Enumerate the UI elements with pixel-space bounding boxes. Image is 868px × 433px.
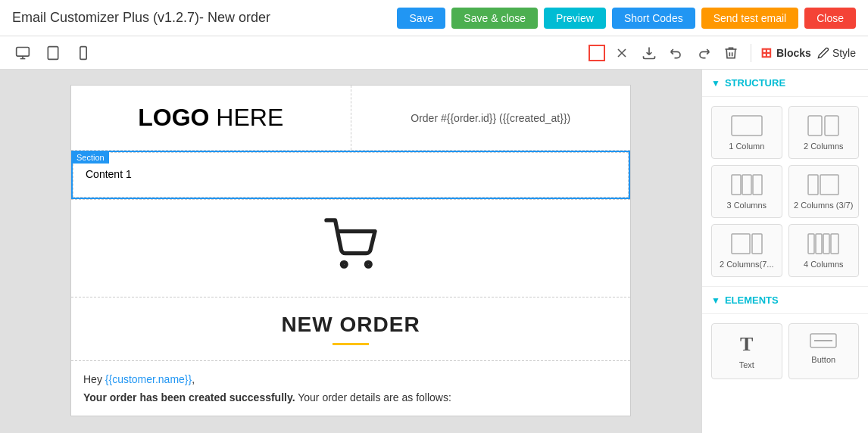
svg-rect-13 (825, 116, 838, 136)
structure-item-2col-7[interactable]: 2 Columns(7... (711, 224, 782, 277)
svg-rect-16 (753, 175, 762, 195)
new-order-section[interactable]: NEW ORDER (71, 297, 630, 361)
short-codes-button[interactable]: Short Codes (612, 8, 695, 29)
structure-item-2col-37[interactable]: 2 Columns (3/7) (788, 165, 860, 218)
svg-rect-19 (732, 234, 750, 254)
undo-button[interactable] (666, 42, 687, 64)
delete-element-button[interactable] (611, 42, 632, 64)
svg-rect-24 (831, 234, 838, 254)
close-button[interactable]: Close (804, 8, 856, 29)
trash-button[interactable] (720, 42, 742, 64)
2-columns-37-icon (807, 173, 840, 196)
selection-button[interactable] (589, 45, 605, 61)
app-title: Email Customizer Plus (v1.2.7)- New orde… (12, 10, 270, 26)
section-label: Section (72, 151, 109, 164)
structure-item-1col[interactable]: 1 Column (711, 106, 782, 159)
svg-rect-12 (808, 116, 822, 136)
logo-normal: HERE (209, 104, 283, 131)
content-1-text: Content 1 (86, 168, 132, 180)
element-item-button[interactable]: Button (788, 323, 860, 379)
blocks-tab-button[interactable]: ⊞ Blocks (760, 45, 811, 61)
app-header: Email Customizer Plus (v1.2.7)- New orde… (0, 0, 868, 36)
svg-rect-5 (80, 46, 86, 59)
section-block[interactable]: Section Content 1 (71, 151, 630, 199)
2-columns-7-icon (730, 232, 763, 255)
svg-rect-0 (17, 47, 30, 56)
header-buttons: Save Save & close Preview Short Codes Se… (397, 8, 856, 29)
logo-cell[interactable]: LOGO HERE (71, 86, 351, 150)
structure-label: STRUCTURE (725, 77, 785, 89)
save-button[interactable]: Save (397, 8, 445, 29)
3-columns-icon (730, 173, 763, 196)
cart-section[interactable] (71, 199, 630, 297)
order-template-text: Order #{{order.id}} ({{created_at}}) (411, 112, 570, 124)
text-element-label: Text (739, 360, 754, 369)
svg-rect-20 (752, 234, 762, 254)
download-button[interactable] (639, 42, 660, 64)
structure-arrow-icon: ▼ (711, 78, 720, 89)
blocks-grid-icon: ⊞ (760, 45, 772, 61)
text-element-icon: T (740, 333, 753, 356)
element-item-text[interactable]: T Text (711, 323, 782, 379)
button-element-icon (810, 333, 837, 350)
1-column-icon (730, 114, 763, 137)
svg-rect-11 (732, 116, 762, 136)
elements-section-header: ▼ ELEMENTS (702, 287, 868, 314)
svg-rect-23 (823, 234, 829, 254)
button-element-label: Button (811, 355, 835, 364)
email-content-section[interactable]: Hey {{customer.name}}, Your order has be… (71, 361, 630, 416)
new-order-title: NEW ORDER (86, 313, 615, 337)
right-panel: ▼ STRUCTURE 1 Column 2 Columns (701, 70, 868, 433)
4col-label: 4 Columns (804, 260, 844, 269)
2-columns-icon (807, 114, 840, 137)
blocks-label: Blocks (776, 47, 811, 59)
2col-7-label: 2 Columns(7... (720, 260, 774, 269)
preview-button[interactable]: Preview (544, 8, 606, 29)
structure-item-2col[interactable]: 2 Columns (788, 106, 860, 159)
save-close-button[interactable]: Save & close (451, 8, 538, 29)
email-wrapper: LOGO HERE Order #{{order.id}} ({{created… (70, 85, 631, 416)
order-description-text: Your order has been created successfully… (83, 391, 618, 403)
send-test-email-button[interactable]: Send test email (701, 8, 799, 29)
toolbar: ⊞ Blocks Style (0, 36, 868, 70)
mobile-view-button[interactable] (73, 42, 94, 64)
3col-label: 3 Columns (726, 201, 767, 210)
elements-arrow-icon: ▼ (711, 295, 720, 306)
svg-point-9 (342, 262, 346, 266)
redo-button[interactable] (693, 42, 714, 64)
1col-label: 1 Column (729, 142, 764, 151)
email-canvas[interactable]: LOGO HERE Order #{{order.id}} ({{created… (0, 70, 701, 433)
structure-grid: 1 Column 2 Columns 3 Columns (702, 97, 868, 286)
greeting-text: Hey {{customer.name}}, (83, 373, 618, 385)
2col-label: 2 Columns (804, 142, 844, 151)
order-cell[interactable]: Order #{{order.id}} ({{created_at}}) (351, 86, 631, 150)
style-tab-button[interactable]: Style (817, 47, 856, 59)
main-content: LOGO HERE Order #{{order.id}} ({{created… (0, 70, 868, 433)
elements-label: ELEMENTS (725, 294, 779, 306)
email-header-row: LOGO HERE Order #{{order.id}} ({{created… (71, 86, 630, 151)
content-cell[interactable]: Content 1 (73, 152, 629, 198)
svg-rect-22 (816, 234, 822, 254)
toolbar-left (12, 42, 94, 64)
customer-name-placeholder: {{customer.name}} (105, 373, 192, 385)
toolbar-divider (751, 44, 751, 62)
desktop-view-button[interactable] (12, 42, 33, 64)
tablet-view-button[interactable] (42, 42, 64, 64)
logo-bold: LOGO (138, 104, 209, 131)
new-order-underline (333, 343, 369, 345)
pencil-icon (817, 47, 829, 59)
svg-rect-15 (742, 175, 751, 195)
2col-37-label: 2 Columns (3/7) (794, 201, 853, 210)
toolbar-right: ⊞ Blocks Style (589, 42, 856, 64)
svg-rect-14 (732, 175, 741, 195)
svg-rect-21 (808, 234, 814, 254)
elements-grid: T Text Button (702, 314, 868, 388)
cart-icon (324, 218, 377, 279)
4-columns-icon (807, 232, 840, 255)
svg-point-10 (366, 262, 370, 266)
structure-item-4col[interactable]: 4 Columns (788, 224, 860, 277)
structure-item-3col[interactable]: 3 Columns (711, 165, 782, 218)
style-label: Style (832, 47, 856, 59)
svg-rect-17 (808, 175, 818, 195)
svg-rect-3 (48, 46, 58, 59)
